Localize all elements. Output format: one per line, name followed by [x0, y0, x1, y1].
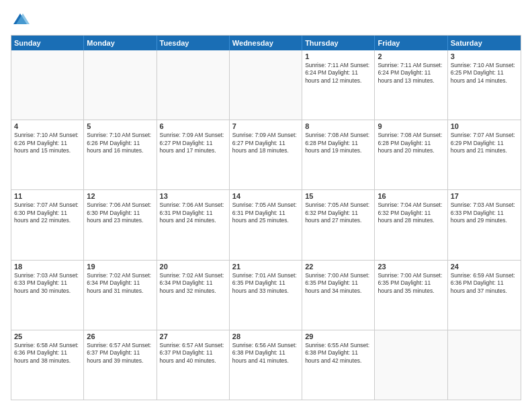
week-row-5: 25Sunrise: 6:58 AM Sunset: 6:36 PM Dayli… — [11, 330, 521, 400]
week-row-2: 4Sunrise: 7:10 AM Sunset: 6:26 PM Daylig… — [11, 120, 521, 189]
page: SundayMondayTuesdayWednesdayThursdayFrid… — [0, 0, 532, 411]
day-number: 26 — [87, 332, 153, 340]
day-cell: 8Sunrise: 7:08 AM Sunset: 6:28 PM Daylig… — [302, 120, 375, 189]
day-number: 8 — [305, 122, 371, 130]
day-cell: 22Sunrise: 7:00 AM Sunset: 6:35 PM Dayli… — [302, 261, 375, 330]
day-info: Sunrise: 6:57 AM Sunset: 6:37 PM Dayligh… — [87, 342, 153, 365]
day-number: 6 — [160, 122, 226, 130]
day-number: 1 — [305, 52, 371, 60]
day-info: Sunrise: 6:57 AM Sunset: 6:37 PM Dayligh… — [160, 342, 226, 365]
day-cell: 24Sunrise: 6:59 AM Sunset: 6:36 PM Dayli… — [448, 261, 521, 330]
day-info: Sunrise: 7:08 AM Sunset: 6:28 PM Dayligh… — [305, 132, 371, 154]
day-cell: 20Sunrise: 7:02 AM Sunset: 6:34 PM Dayli… — [157, 261, 230, 330]
day-cell: 19Sunrise: 7:02 AM Sunset: 6:34 PM Dayli… — [84, 261, 157, 330]
day-headers: SundayMondayTuesdayWednesdayThursdayFrid… — [11, 36, 521, 50]
day-header-monday: Monday — [84, 36, 157, 50]
day-cell: 3Sunrise: 7:10 AM Sunset: 6:25 PM Daylig… — [448, 50, 521, 120]
calendar: SundayMondayTuesdayWednesdayThursdayFrid… — [11, 35, 521, 400]
day-number: 27 — [160, 332, 226, 340]
day-cell: 12Sunrise: 7:06 AM Sunset: 6:30 PM Dayli… — [84, 190, 157, 259]
day-number: 20 — [160, 263, 226, 271]
day-header-friday: Friday — [375, 36, 447, 50]
day-number: 16 — [378, 192, 444, 200]
day-cell: 6Sunrise: 7:09 AM Sunset: 6:27 PM Daylig… — [157, 120, 230, 189]
day-cell: 9Sunrise: 7:08 AM Sunset: 6:28 PM Daylig… — [375, 120, 447, 189]
day-number: 23 — [378, 263, 444, 271]
week-row-4: 18Sunrise: 7:03 AM Sunset: 6:33 PM Dayli… — [11, 260, 521, 330]
day-number: 4 — [14, 122, 81, 130]
day-info: Sunrise: 7:10 AM Sunset: 6:26 PM Dayligh… — [14, 132, 81, 154]
day-number: 13 — [160, 192, 226, 200]
day-cell: 4Sunrise: 7:10 AM Sunset: 6:26 PM Daylig… — [11, 120, 84, 189]
day-info: Sunrise: 7:03 AM Sunset: 6:33 PM Dayligh… — [451, 201, 518, 224]
week-row-3: 11Sunrise: 7:07 AM Sunset: 6:30 PM Dayli… — [11, 189, 521, 259]
day-info: Sunrise: 7:04 AM Sunset: 6:32 PM Dayligh… — [378, 201, 444, 224]
day-cell — [11, 50, 84, 120]
day-cell: 25Sunrise: 6:58 AM Sunset: 6:36 PM Dayli… — [11, 330, 84, 400]
day-cell: 17Sunrise: 7:03 AM Sunset: 6:33 PM Dayli… — [448, 190, 521, 259]
day-cell: 14Sunrise: 7:05 AM Sunset: 6:31 PM Dayli… — [230, 190, 302, 259]
day-number: 19 — [87, 263, 153, 271]
day-info: Sunrise: 7:01 AM Sunset: 6:35 PM Dayligh… — [232, 272, 299, 295]
day-cell: 13Sunrise: 7:06 AM Sunset: 6:31 PM Dayli… — [157, 190, 230, 259]
day-info: Sunrise: 7:06 AM Sunset: 6:30 PM Dayligh… — [87, 201, 153, 224]
day-cell: 1Sunrise: 7:11 AM Sunset: 6:24 PM Daylig… — [302, 50, 375, 120]
logo-icon — [11, 11, 30, 30]
day-info: Sunrise: 7:00 AM Sunset: 6:35 PM Dayligh… — [305, 272, 371, 295]
day-info: Sunrise: 7:07 AM Sunset: 6:30 PM Dayligh… — [14, 201, 81, 224]
day-cell: 11Sunrise: 7:07 AM Sunset: 6:30 PM Dayli… — [11, 190, 84, 259]
day-header-tuesday: Tuesday — [157, 36, 230, 50]
day-info: Sunrise: 6:55 AM Sunset: 6:38 PM Dayligh… — [305, 342, 371, 365]
day-header-wednesday: Wednesday — [230, 36, 302, 50]
day-cell: 23Sunrise: 7:00 AM Sunset: 6:35 PM Dayli… — [375, 261, 447, 330]
day-info: Sunrise: 6:58 AM Sunset: 6:36 PM Dayligh… — [14, 342, 81, 365]
day-info: Sunrise: 7:05 AM Sunset: 6:31 PM Dayligh… — [232, 201, 299, 224]
day-cell — [375, 330, 447, 400]
day-info: Sunrise: 7:08 AM Sunset: 6:28 PM Dayligh… — [378, 132, 444, 154]
day-number: 9 — [378, 122, 444, 130]
day-number: 2 — [378, 52, 444, 60]
day-number: 21 — [232, 263, 299, 271]
day-number: 7 — [232, 122, 299, 130]
day-cell: 18Sunrise: 7:03 AM Sunset: 6:33 PM Dayli… — [11, 261, 84, 330]
day-info: Sunrise: 7:07 AM Sunset: 6:29 PM Dayligh… — [451, 132, 518, 154]
day-info: Sunrise: 7:09 AM Sunset: 6:27 PM Dayligh… — [160, 132, 226, 154]
day-number: 15 — [305, 192, 371, 200]
day-cell: 10Sunrise: 7:07 AM Sunset: 6:29 PM Dayli… — [448, 120, 521, 189]
weeks-container: 1Sunrise: 7:11 AM Sunset: 6:24 PM Daylig… — [11, 50, 521, 400]
day-cell — [448, 330, 521, 400]
day-info: Sunrise: 7:11 AM Sunset: 6:24 PM Dayligh… — [378, 62, 444, 85]
day-cell: 29Sunrise: 6:55 AM Sunset: 6:38 PM Dayli… — [302, 330, 375, 400]
day-number: 12 — [87, 192, 153, 200]
day-cell: 21Sunrise: 7:01 AM Sunset: 6:35 PM Dayli… — [230, 261, 302, 330]
day-info: Sunrise: 7:02 AM Sunset: 6:34 PM Dayligh… — [160, 272, 226, 295]
day-info: Sunrise: 7:10 AM Sunset: 6:25 PM Dayligh… — [451, 62, 518, 85]
logo — [11, 11, 32, 30]
day-cell: 15Sunrise: 7:05 AM Sunset: 6:32 PM Dayli… — [302, 190, 375, 259]
day-cell: 16Sunrise: 7:04 AM Sunset: 6:32 PM Dayli… — [375, 190, 447, 259]
day-cell: 5Sunrise: 7:10 AM Sunset: 6:26 PM Daylig… — [84, 120, 157, 189]
day-header-sunday: Sunday — [11, 36, 84, 50]
day-number: 17 — [451, 192, 518, 200]
day-cell — [230, 50, 302, 120]
day-cell: 28Sunrise: 6:56 AM Sunset: 6:38 PM Dayli… — [230, 330, 302, 400]
day-number: 22 — [305, 263, 371, 271]
header — [11, 11, 521, 30]
day-number: 11 — [14, 192, 81, 200]
day-number: 5 — [87, 122, 153, 130]
day-cell: 26Sunrise: 6:57 AM Sunset: 6:37 PM Dayli… — [84, 330, 157, 400]
day-info: Sunrise: 7:10 AM Sunset: 6:26 PM Dayligh… — [87, 132, 153, 154]
day-number: 24 — [451, 263, 518, 271]
day-cell: 27Sunrise: 6:57 AM Sunset: 6:37 PM Dayli… — [157, 330, 230, 400]
day-cell: 7Sunrise: 7:09 AM Sunset: 6:27 PM Daylig… — [230, 120, 302, 189]
day-info: Sunrise: 6:59 AM Sunset: 6:36 PM Dayligh… — [451, 272, 518, 295]
day-cell — [157, 50, 230, 120]
day-info: Sunrise: 7:02 AM Sunset: 6:34 PM Dayligh… — [87, 272, 153, 295]
day-info: Sunrise: 7:11 AM Sunset: 6:24 PM Dayligh… — [305, 62, 371, 85]
day-info: Sunrise: 7:00 AM Sunset: 6:35 PM Dayligh… — [378, 272, 444, 295]
day-header-thursday: Thursday — [302, 36, 375, 50]
day-info: Sunrise: 6:56 AM Sunset: 6:38 PM Dayligh… — [232, 342, 299, 365]
day-number: 25 — [14, 332, 81, 340]
day-cell — [84, 50, 157, 120]
day-number: 29 — [305, 332, 371, 340]
